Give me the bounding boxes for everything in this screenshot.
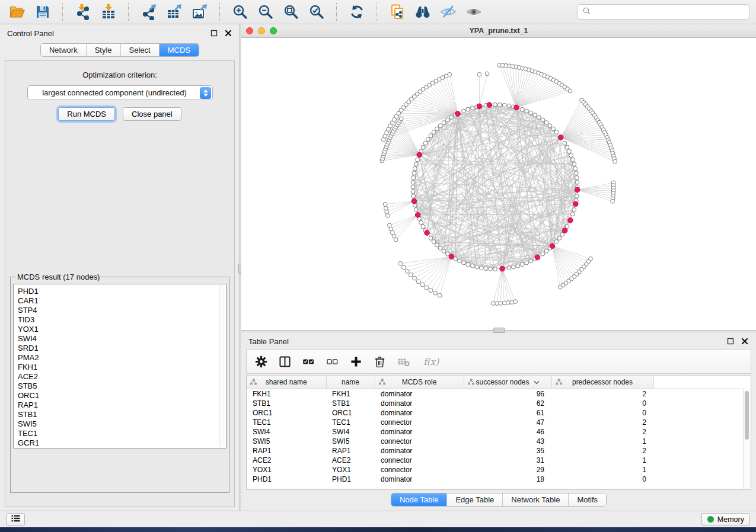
column-header-shared-name[interactable]: shared name bbox=[247, 376, 326, 389]
mcds-result-item[interactable]: TID3 bbox=[14, 315, 226, 325]
export-network-button[interactable] bbox=[138, 2, 160, 22]
table-row[interactable]: TEC1TEC1connector472 bbox=[247, 418, 744, 427]
table-panel-float-button[interactable] bbox=[727, 338, 735, 345]
run-mcds-button[interactable]: Run MCDS bbox=[58, 107, 115, 121]
first-neighbors-button[interactable] bbox=[412, 2, 434, 22]
table-row[interactable]: PHD1PHD1dominator180 bbox=[247, 475, 744, 484]
table-scrollbar-thumb[interactable] bbox=[745, 391, 749, 440]
mcds-result-item[interactable]: SWI4 bbox=[14, 334, 226, 344]
control-panel-float-button[interactable] bbox=[210, 30, 218, 37]
table-cell: STB1 bbox=[247, 399, 326, 408]
table-scrollbar[interactable] bbox=[743, 389, 751, 489]
mcds-result-item[interactable]: SRD1 bbox=[14, 344, 226, 353]
mcds-result-item[interactable]: FKH1 bbox=[14, 363, 226, 372]
network-graph[interactable] bbox=[241, 38, 756, 330]
table-panel-tab-edge-table[interactable]: Edge Table bbox=[446, 493, 502, 506]
export-image-icon bbox=[192, 4, 208, 20]
table-row[interactable]: SWI5SWI5connector431 bbox=[247, 437, 744, 446]
table-cell: 0 bbox=[551, 475, 653, 484]
table-panel-tab-motifs[interactable]: Motifs bbox=[568, 493, 606, 506]
zoom-in-button[interactable] bbox=[229, 2, 251, 22]
mcds-result-item[interactable]: YOX1 bbox=[14, 325, 226, 334]
close-panel-button[interactable]: Close panel bbox=[123, 107, 181, 121]
mcds-result-item[interactable]: ACE2 bbox=[14, 372, 226, 382]
control-panel-tab-network[interactable]: Network bbox=[41, 44, 86, 56]
export-table-button[interactable] bbox=[163, 2, 186, 22]
column-header-name[interactable]: name bbox=[326, 376, 375, 389]
table-row[interactable]: ORC1ORC1dominator610 bbox=[247, 408, 744, 418]
zoom-out-button[interactable] bbox=[254, 2, 277, 22]
table-cell: 2 bbox=[551, 418, 653, 427]
table-cell: SWI4 bbox=[247, 427, 326, 437]
table-cell: dominator bbox=[375, 475, 464, 484]
show-all-button[interactable] bbox=[462, 2, 485, 22]
control-panel-close-button[interactable] bbox=[225, 30, 232, 37]
save-session-button[interactable] bbox=[31, 2, 54, 22]
import-table-button[interactable] bbox=[97, 2, 120, 22]
table-settings-button[interactable] bbox=[255, 355, 267, 368]
mcds-result-item[interactable]: RAP1 bbox=[14, 400, 226, 410]
column-header-predecessor-nodes[interactable]: predecessor nodes bbox=[551, 376, 653, 389]
control-panel-tab-select[interactable]: Select bbox=[120, 44, 159, 56]
sort-menu-icon[interactable] bbox=[534, 380, 540, 384]
memory-button[interactable]: Memory bbox=[701, 513, 750, 525]
export-image-button[interactable] bbox=[189, 2, 211, 22]
table-cell-filler bbox=[653, 408, 744, 418]
mcds-result-item[interactable]: TEC1 bbox=[14, 429, 226, 438]
mcds-result-item[interactable]: ORC1 bbox=[14, 391, 226, 400]
table-panel-close-button[interactable] bbox=[741, 338, 749, 345]
mcds-result-item[interactable]: SWI5 bbox=[14, 419, 226, 429]
column-header-mcds-role[interactable]: MCDS role bbox=[375, 376, 464, 389]
gear-icon bbox=[255, 355, 267, 368]
table-row[interactable]: SWI4SWI4dominator462 bbox=[247, 427, 744, 437]
task-history-button[interactable] bbox=[6, 513, 25, 525]
control-panel-tab-mcds[interactable]: MCDS bbox=[159, 44, 199, 56]
control-panel-tab-style[interactable]: Style bbox=[86, 44, 120, 56]
refresh-network-button[interactable] bbox=[346, 2, 368, 22]
table-row[interactable]: ACE2ACE2connector311 bbox=[247, 456, 744, 465]
table-row[interactable]: YOX1YOX1connector291 bbox=[247, 465, 744, 475]
zoom-selected-button[interactable] bbox=[305, 2, 328, 22]
mcds-result-item[interactable]: PHD1 bbox=[14, 287, 226, 296]
mcds-result-item[interactable]: CAR1 bbox=[14, 296, 226, 306]
table-cell: 29 bbox=[464, 465, 551, 475]
copy-network-button[interactable] bbox=[386, 2, 409, 22]
zoom-fit-button[interactable] bbox=[280, 2, 302, 22]
table-cell: 1 bbox=[551, 437, 653, 446]
column-header-label: MCDS role bbox=[402, 378, 437, 386]
select-all-rows-button[interactable] bbox=[302, 355, 315, 368]
table-panel-tab-node-table[interactable]: Node Table bbox=[391, 493, 447, 506]
mcds-result-item[interactable]: PMA2 bbox=[14, 353, 226, 363]
mcds-result-item[interactable]: STB1 bbox=[14, 410, 226, 419]
mcds-list-scrollbar[interactable] bbox=[219, 285, 225, 447]
table-cell: 31 bbox=[464, 456, 551, 465]
table-panel: Table Panel f(x) shared namenameMCDS rol… bbox=[241, 332, 756, 511]
window-zoom-button[interactable] bbox=[270, 27, 277, 34]
network-canvas[interactable] bbox=[241, 38, 756, 330]
table-cell: connector bbox=[375, 418, 464, 427]
window-close-button[interactable] bbox=[246, 27, 253, 34]
search-input[interactable] bbox=[595, 7, 745, 17]
optimization-criterion-select[interactable]: largest connected component (undirected) bbox=[27, 85, 213, 100]
table-row[interactable]: FKH1FKH1dominator962 bbox=[247, 389, 744, 399]
deselect-all-rows-button[interactable] bbox=[326, 355, 339, 368]
import-network-button[interactable] bbox=[72, 2, 94, 22]
delete-column-button[interactable] bbox=[374, 355, 386, 368]
mcds-result-item[interactable]: STP4 bbox=[14, 306, 226, 315]
tree-icon bbox=[555, 379, 563, 386]
toggle-columns-button[interactable] bbox=[279, 355, 291, 368]
column-header-successor-nodes[interactable]: successor nodes bbox=[464, 376, 551, 389]
table-panel-tab-network-table[interactable]: Network Table bbox=[502, 493, 568, 506]
svg-text:f(x): f(x) bbox=[423, 357, 439, 367]
add-column-button[interactable] bbox=[350, 355, 362, 368]
table-row[interactable]: RAP1RAP1dominator352 bbox=[247, 446, 744, 456]
mcds-result-item[interactable]: GCR1 bbox=[14, 438, 226, 448]
table-cell: 1 bbox=[551, 456, 653, 465]
mcds-result-item[interactable]: STB5 bbox=[14, 382, 226, 391]
open-file-button[interactable] bbox=[6, 2, 28, 22]
horizontal-splitter[interactable] bbox=[241, 330, 756, 332]
splitter-grip[interactable] bbox=[493, 328, 505, 333]
window-minimize-button[interactable] bbox=[258, 27, 265, 34]
table-row[interactable]: STB1STB1dominator620 bbox=[247, 399, 744, 408]
hide-selected-button[interactable] bbox=[437, 2, 460, 22]
